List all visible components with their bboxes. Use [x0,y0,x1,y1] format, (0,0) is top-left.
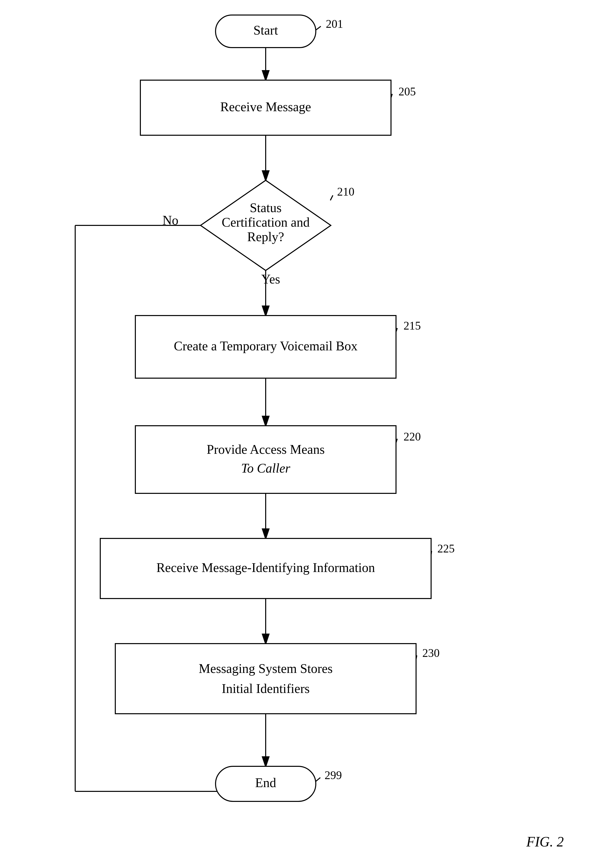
svg-line-3 [330,195,333,200]
fig-label: FIG. 2 [526,834,564,849]
receive-message-label: Receive Message [220,100,311,114]
start-label: Start [253,23,278,37]
provide-access-ref: 220 [404,430,421,443]
messaging-stores-box [115,644,416,714]
flowchart-diagram: .node-text { font-family: 'Times New Rom… [0,0,589,868]
messaging-stores-label-line2: Initial Identifiers [222,681,310,696]
svg-line-1 [316,26,321,30]
messaging-stores-ref: 230 [422,647,440,659]
decision-label-line1: Status [250,201,281,215]
receive-message-ref: 205 [398,85,416,98]
receive-identifying-label: Receive Message-Identifying Information [156,561,375,575]
provide-access-label-line2: To Caller [241,461,290,475]
create-voicemail-ref: 215 [404,319,421,332]
messaging-stores-label-line1: Messaging System Stores [199,661,333,676]
svg-line-8 [316,778,320,781]
decision-ref: 210 [337,185,354,198]
end-label: End [255,776,276,790]
svg-line-6 [431,551,432,555]
create-voicemail-label: Create a Temporary Voicemail Box [174,339,358,353]
receive-identifying-ref: 225 [437,542,455,555]
decision-label-line3: Reply? [247,230,284,244]
provide-access-label-line1: Provide Access Means [207,442,325,456]
decision-label-line2: Certification and [222,215,310,229]
end-ref: 299 [324,769,342,782]
start-ref: 201 [326,18,343,30]
decision-yes-label: Yes [261,272,280,286]
provide-access-box [135,426,396,493]
